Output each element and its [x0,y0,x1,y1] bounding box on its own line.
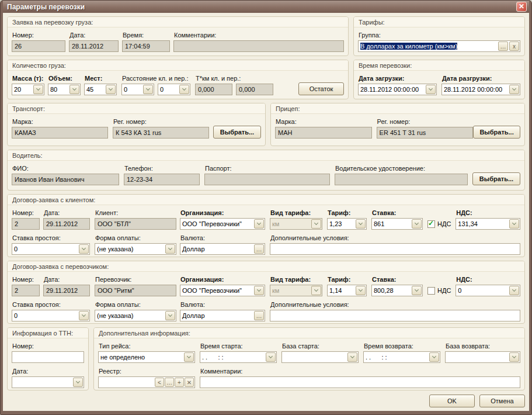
registry-browse-icon[interactable]: … [165,378,174,387]
client-vat-combo[interactable]: 131,34 [455,218,520,230]
return-base-combo[interactable] [445,351,520,363]
chevron-down-icon [79,244,89,254]
carrier-org-label: Организация: [180,276,265,283]
return-time-combo[interactable]: . . : : [363,351,440,363]
carrier-vat-combo[interactable]: 0 [455,285,520,296]
carrier-vat-check-label: НДС [437,287,451,294]
driver-phone-label: Телефон: [124,165,200,172]
driver-passport-field [204,174,330,185]
client-idle-combo[interactable]: 0 [12,243,90,255]
carrier-tariff-label: Тариф: [328,276,367,283]
driver-choose-button[interactable]: Выбрать... [472,172,520,185]
group-cargo-title: Количество груза: [8,60,348,71]
ok-button[interactable]: OK [429,395,475,407]
client-idle-label: Ставка простоя: [12,234,90,241]
return-base-label: База возврата: [446,343,520,350]
cancel-button[interactable]: Отмена [479,395,525,407]
tariff-group-input[interactable]: В долларах за километр (км>км) … x [358,40,520,52]
client-conditions-label: Дополнительные условия: [270,234,520,241]
load-date-combo[interactable]: 28.11.2012 00:00:00 [358,84,437,95]
trailer-brand-label: Марка: [276,118,372,125]
carrier-conditions-input[interactable] [270,310,520,321]
ttn-date-label: Дата: [12,368,84,375]
carrier-vat-checkbox[interactable] [427,287,435,295]
carrier-org-combo[interactable]: ООО "Перевозчики" [180,285,265,296]
chevron-down-icon [254,286,264,295]
registry-clear-icon[interactable]: ✕ [185,378,194,387]
cargo-distance-label: Расстояние кл. и пер.: [122,75,190,82]
group-trailer: Прицеп: Марка: МАН Рег. номер: ER 451 T … [270,103,525,146]
transport-brand-field: КАМАЗ [12,127,108,139]
chevron-down-icon [509,286,519,295]
cargo-mass-label: Масса (т): [12,75,44,82]
chevron-down-icon [184,352,194,362]
chevron-down-icon [356,286,366,295]
request-time-field: 17:04:59 [122,40,170,52]
tariff-group-clear-icon[interactable]: x [509,42,519,51]
cargo-distance1-combo[interactable]: 0 [121,84,154,95]
unload-date-combo[interactable]: 28.11.2012 00:00:00 [441,84,520,95]
carrier-payment-combo[interactable]: (не указана) [95,310,176,321]
client-number-label: Номер: [12,209,40,216]
client-tariff-combo[interactable]: 1,23 [327,218,367,230]
carrier-party-label: Перевозчик: [95,276,176,283]
client-rate-combo[interactable]: 861 [371,218,423,230]
carrier-number-label: Номер: [12,276,40,283]
unload-date-label: Дата разгрузки: [442,75,520,82]
client-date-field: 29.11.2012 [43,218,90,230]
registry-prev-icon[interactable]: < [155,378,164,387]
transport-reg-field: К 543 КА 31 rus [113,127,209,139]
start-time-combo[interactable]: . . : : [200,351,277,363]
client-currency-label: Валюта: [180,234,265,241]
trailer-reg-field: ER 451 T 31 rus [377,127,474,139]
registry-input[interactable]: < … + ✕ [98,376,195,388]
start-base-combo[interactable] [281,351,359,363]
client-org-label: Организация: [180,209,265,216]
driver-phone-field: 12-23-34 [124,174,200,185]
cargo-places-combo[interactable]: 45 [84,84,117,95]
group-transport: Транспорт: Марка: КАМАЗ Рег. номер: К 54… [7,103,266,146]
client-conditions-input[interactable] [270,243,520,255]
cargo-places-label: Мест: [85,75,117,82]
cargo-volume-combo[interactable]: 80 [48,84,81,95]
carrier-rate-combo[interactable]: 800,28 [371,285,423,296]
request-comments-field [173,40,344,52]
registry-add-icon[interactable]: + [175,378,184,387]
group-tariffs: Тарифы: Группа: В долларах за километр (… [353,16,525,56]
cargo-mass-combo[interactable]: 20 [12,84,44,95]
start-time-label: Время старта: [200,343,277,350]
client-vat-checkbox-wrap[interactable]: НДС [427,218,451,230]
request-date-label: Дата: [69,32,119,39]
chevron-down-icon [426,85,436,94]
group-cargo: Количество груза: Масса (т): 20 Объем: 8… [7,60,349,99]
tariff-group-browse-icon[interactable]: … [498,42,508,51]
group-driver-title: Водитель: [8,150,524,161]
carrier-idle-label: Ставка простоя: [12,301,90,308]
carrier-currency-input[interactable]: Доллар… [180,310,265,321]
cargo-distance2-combo[interactable]: 0 [158,84,190,95]
ttn-date-combo[interactable] [12,376,84,388]
group-trailer-title: Прицеп: [271,103,524,114]
trip-type-combo[interactable]: не определено [98,351,195,363]
trailer-brand-field: МАН [275,127,372,139]
group-additional-title: Дополнительная информация: [94,328,524,338]
client-currency-input[interactable]: Доллар… [180,243,265,255]
carrier-idle-combo[interactable]: 0 [12,310,90,321]
close-icon[interactable]: ✕ [516,2,527,12]
carrier-party-field: ООО "Ритм" [95,285,176,296]
additional-comments-input[interactable] [200,376,520,388]
ttn-number-input[interactable] [12,351,84,363]
carrier-payment-label: Форма оплаты: [95,301,176,308]
trailer-choose-button[interactable]: Выбрать... [473,126,520,139]
client-payment-combo[interactable]: (не указана) [95,243,176,255]
carrier-vat-checkbox-wrap[interactable]: НДС [427,285,451,296]
dialog-body: Заявка на перевозку груза: Номер: 26 Дат… [3,13,529,411]
transport-choose-button[interactable]: Выбрать... [213,126,261,139]
client-org-combo[interactable]: ООО "Перевозчики" [180,218,265,230]
chevron-down-icon [412,286,422,295]
cargo-tkm2-field: 0,000 [236,84,273,95]
chevron-down-icon [347,352,357,362]
client-vat-checkbox[interactable] [427,220,435,228]
carrier-tariff-combo[interactable]: 1,14 [327,285,367,296]
rest-button[interactable]: Остаток [298,82,344,95]
